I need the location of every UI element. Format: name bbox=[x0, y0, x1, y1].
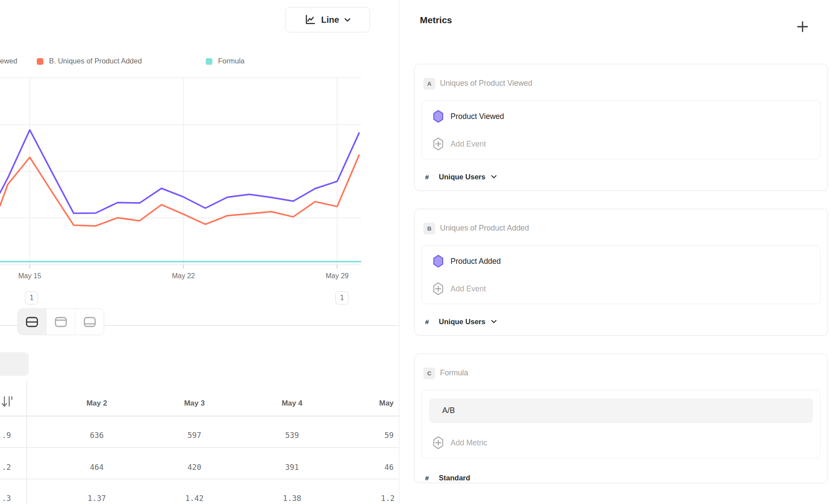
table-cell: 597 bbox=[187, 431, 201, 440]
annotation-badge[interactable]: 1 bbox=[25, 291, 38, 304]
add-event-label: Add Event bbox=[451, 140, 486, 149]
sort-descending-icon[interactable] bbox=[1, 394, 13, 411]
metric-card-c[interactable]: C Formula A/B Add Metric # Standard bbox=[414, 354, 828, 483]
aggregation-selector[interactable]: # Unique Users bbox=[425, 170, 497, 183]
metric-badge: C bbox=[423, 368, 435, 379]
split-view-icon bbox=[26, 317, 38, 327]
table-cell: 1.37 bbox=[88, 494, 106, 503]
x-tick-label-3: May 29 bbox=[326, 272, 349, 280]
table-cell: 420 bbox=[187, 463, 201, 472]
layout-toggle bbox=[18, 308, 104, 335]
table-toolbar-button-clipped[interactable] bbox=[0, 352, 29, 376]
table-row-label-clipped: .3 bbox=[2, 494, 11, 503]
aggregation-selector[interactable]: # Unique Users bbox=[425, 315, 497, 328]
table-cell-clipped: 1.2 bbox=[381, 494, 395, 503]
event-box: Product Viewed Add Event bbox=[422, 100, 820, 159]
table-row-label-clipped: .9 bbox=[2, 431, 11, 440]
chevron-down-icon bbox=[491, 319, 497, 324]
chevron-down-icon bbox=[491, 175, 497, 179]
annotation-badge[interactable]: 1 bbox=[335, 291, 349, 304]
table-row-separator bbox=[0, 479, 399, 480]
add-metric-plus-icon[interactable] bbox=[796, 21, 809, 35]
metric-card-a[interactable]: A Uniques of Product Viewed Product View… bbox=[414, 64, 828, 191]
column-header[interactable]: May 3 bbox=[184, 399, 204, 408]
table-cell: 636 bbox=[90, 431, 104, 440]
metrics-panel-title: Metrics bbox=[420, 15, 452, 25]
layout-toggle-table-only[interactable] bbox=[75, 309, 104, 335]
column-header[interactable]: May 2 bbox=[86, 399, 107, 408]
table-cell: 391 bbox=[285, 463, 299, 472]
add-hexagon-icon bbox=[433, 282, 444, 295]
frozen-column-border bbox=[26, 380, 27, 504]
event-hexagon-icon bbox=[433, 110, 444, 123]
column-header[interactable]: May 4 bbox=[282, 399, 302, 408]
aggregation-label: Unique Users bbox=[439, 173, 485, 181]
table-only-icon bbox=[84, 317, 96, 327]
metric-badge: B bbox=[423, 223, 435, 234]
add-event-button[interactable]: Add Event bbox=[433, 280, 486, 298]
event-hexagon-icon bbox=[433, 255, 444, 268]
x-tick-label-2: May 22 bbox=[172, 272, 195, 280]
metrics-panel: Metrics A Uniques of Product Viewed Prod… bbox=[399, 0, 831, 504]
event-name: Product Added bbox=[451, 257, 501, 266]
aggregation-label: Unique Users bbox=[439, 318, 485, 326]
add-metric-button[interactable]: Add Metric bbox=[433, 434, 487, 452]
column-header-clipped[interactable]: May bbox=[379, 399, 394, 408]
table-cell-clipped: 46 bbox=[384, 463, 394, 472]
add-event-label: Add Event bbox=[451, 284, 486, 294]
event-box: Product Added Add Event bbox=[422, 245, 820, 304]
add-metric-label: Add Metric bbox=[451, 438, 487, 448]
layout-toggle-chart-only[interactable] bbox=[47, 309, 76, 335]
aggregation-label: Standard bbox=[439, 474, 470, 482]
event-item[interactable]: Product Added bbox=[433, 252, 501, 270]
metric-title: Uniques of Product Added bbox=[440, 224, 529, 233]
aggregation-selector[interactable]: # Standard bbox=[425, 471, 470, 484]
metric-title: Uniques of Product Viewed bbox=[440, 79, 532, 88]
metric-title: Formula bbox=[440, 368, 468, 378]
table-row-separator bbox=[0, 447, 399, 448]
add-event-button[interactable]: Add Event bbox=[433, 135, 486, 153]
hash-icon: # bbox=[425, 173, 429, 181]
table-header-border bbox=[0, 416, 399, 416]
metric-card-b[interactable]: B Uniques of Product Added Product Added… bbox=[414, 209, 828, 336]
formula-box: A/B Add Metric bbox=[422, 390, 820, 458]
formula-value: A/B bbox=[442, 406, 455, 415]
event-item[interactable]: Product Viewed bbox=[433, 107, 504, 126]
table-cell: 1.42 bbox=[185, 494, 204, 503]
line-chart bbox=[0, 0, 399, 293]
table-cell: 1.38 bbox=[283, 494, 301, 503]
table-row-label-clipped: .2 bbox=[2, 463, 11, 472]
hash-icon: # bbox=[425, 474, 429, 482]
chart-only-icon bbox=[55, 317, 67, 327]
table-cell-clipped: 59 bbox=[384, 431, 394, 440]
chart-panel: Line ewed B. Uniques of Product Added Fo… bbox=[0, 0, 399, 504]
x-tick-label-1: May 15 bbox=[18, 272, 41, 280]
layout-toggle-split-view[interactable] bbox=[18, 309, 47, 335]
add-hexagon-icon bbox=[433, 436, 444, 449]
add-hexagon-icon bbox=[433, 137, 444, 150]
table-cell: 539 bbox=[285, 431, 299, 440]
event-name: Product Viewed bbox=[451, 112, 504, 121]
hash-icon: # bbox=[425, 318, 429, 326]
formula-input[interactable]: A/B bbox=[429, 398, 813, 423]
table-cell: 464 bbox=[90, 463, 104, 472]
metric-badge: A bbox=[423, 78, 435, 90]
